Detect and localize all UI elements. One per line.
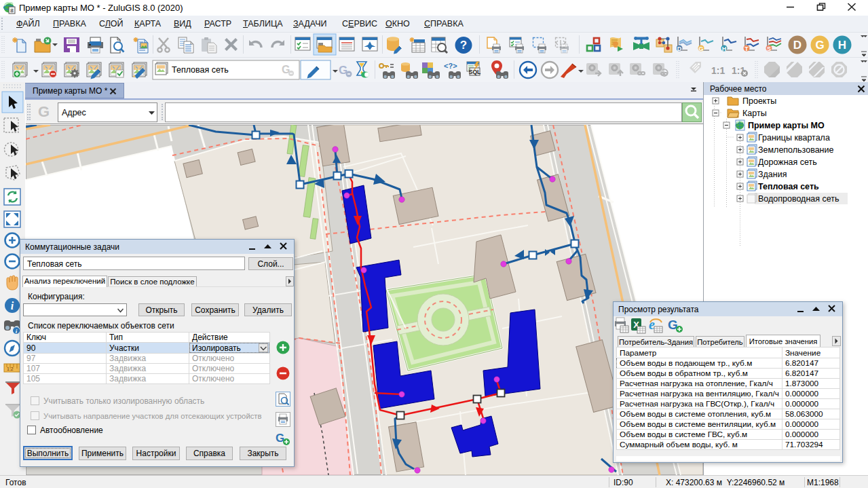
svg-text:Проекты: Проекты — [742, 96, 776, 106]
svg-text:D: D — [793, 39, 801, 52]
svg-text:D: D — [677, 45, 682, 52]
svg-text:T: T — [744, 45, 749, 52]
svg-text:Карты: Карты — [742, 109, 767, 118]
svg-text:8: 8 — [10, 7, 14, 14]
svg-text:Пример карты МО: Пример карты МО — [748, 121, 825, 130]
svg-text:<?>: <?> — [444, 62, 457, 70]
svg-text:G: G — [815, 39, 824, 52]
svg-text:Водопроводная сеть: Водопроводная сеть — [758, 194, 839, 204]
svg-text:1.2: 1.2 — [7, 367, 14, 371]
svg-text:1:1: 1:1 — [711, 65, 725, 76]
svg-text:Дорожная сеть: Дорожная сеть — [758, 157, 817, 167]
svg-text:Границы квартала: Границы квартала — [758, 133, 830, 143]
svg-text:Землепользование: Землепользование — [758, 145, 833, 155]
svg-text:H: H — [722, 45, 727, 52]
svg-text:i: i — [11, 300, 14, 312]
svg-text:Тепловая сеть: Тепловая сеть — [758, 182, 819, 191]
svg-text:Здания: Здания — [758, 170, 787, 179]
svg-text:S: S — [767, 45, 771, 52]
svg-text:G: G — [698, 45, 703, 52]
svg-text:Тепловая сеть: Тепловая сеть — [172, 65, 229, 75]
svg-text:H: H — [838, 39, 846, 52]
svg-text:?: ? — [460, 39, 467, 52]
